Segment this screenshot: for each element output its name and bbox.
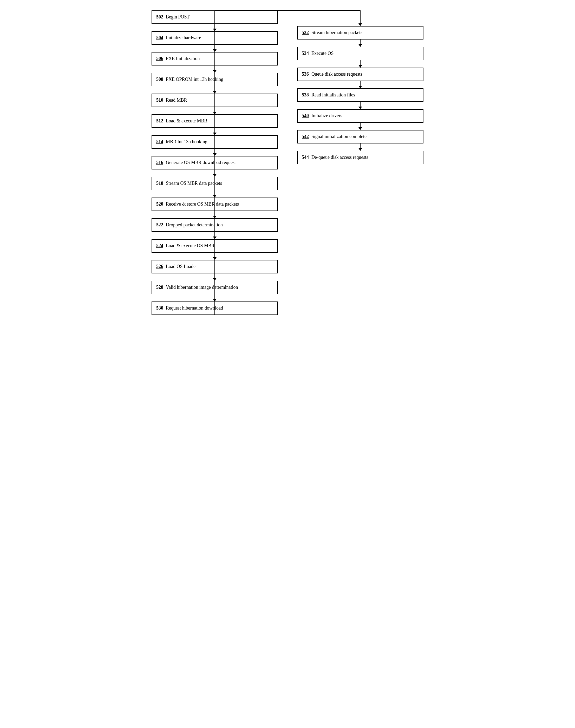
arrow-542 — [360, 143, 361, 151]
step-number-542: 542 — [302, 133, 309, 140]
step-number-504: 504 — [156, 35, 163, 41]
step-label-538: Read initialization files — [311, 92, 355, 98]
step-number-526: 526 — [156, 263, 163, 270]
step-label-518: Stream OS MBR data packets — [166, 180, 222, 186]
arrow-504 — [214, 45, 215, 52]
step-label-506: PXE Initialization — [166, 55, 200, 62]
step-label-514: MBR Int 13h hooking — [166, 139, 207, 145]
step-number-536: 536 — [302, 71, 309, 77]
arrow-526 — [214, 273, 215, 281]
step-box-514: 514MBR Int 13h hooking — [151, 135, 278, 149]
step-label-524: Load & execute OS MBR — [166, 242, 214, 249]
step-label-540: Initialize drivers — [311, 112, 342, 119]
step-box-544: 544De-queue disk access requests — [297, 151, 424, 164]
step-label-504: Initialize hardware — [166, 35, 201, 41]
step-number-538: 538 — [302, 92, 309, 98]
step-box-538: 538Read initialization files — [297, 89, 424, 102]
left-column: 502Begin POST504Initialize hardware506PX… — [144, 10, 288, 315]
arrow-508 — [214, 86, 215, 94]
step-number-520: 520 — [156, 201, 163, 207]
step-box-528: 528Valid hibernation image determination — [151, 281, 278, 294]
step-number-508: 508 — [156, 76, 163, 83]
step-label-528: Valid hibernation image determination — [166, 284, 238, 290]
arrow-540 — [360, 123, 361, 130]
step-box-534: 534Execute OS — [297, 47, 424, 60]
step-box-524: 524Load & execute OS MBR — [151, 239, 278, 253]
step-box-520: 520Receive & store OS MBR data packets — [151, 198, 278, 211]
step-number-532: 532 — [302, 29, 309, 36]
arrow-528 — [214, 294, 215, 302]
step-number-502: 502 — [156, 14, 163, 20]
step-label-510: Read MBR — [166, 97, 187, 103]
arrow-520 — [214, 211, 215, 218]
arrow-502 — [214, 24, 215, 31]
arrow-532 — [360, 39, 361, 47]
step-box-506: 506PXE Initialization — [151, 52, 278, 66]
step-number-506: 506 — [156, 55, 163, 62]
step-number-524: 524 — [156, 242, 163, 249]
step-number-512: 512 — [156, 118, 163, 124]
arrow-514 — [214, 149, 215, 156]
step-box-540: 540Initialize drivers — [297, 109, 424, 123]
step-number-516: 516 — [156, 159, 163, 166]
step-number-518: 518 — [156, 180, 163, 186]
arrow-510 — [214, 107, 215, 114]
arrow-518 — [214, 190, 215, 198]
step-number-534: 534 — [302, 50, 309, 57]
step-number-510: 510 — [156, 97, 163, 103]
step-label-526: Load OS Loader — [166, 263, 197, 270]
step-label-520: Receive & store OS MBR data packets — [166, 201, 239, 207]
step-box-542: 542Signal initialization complete — [297, 130, 424, 143]
step-box-536: 536Queue disk access requests — [297, 68, 424, 81]
step-number-522: 522 — [156, 222, 163, 228]
step-box-518: 518Stream OS MBR data packets — [151, 177, 278, 190]
step-box-522: 522Dropped packet determination — [151, 218, 278, 232]
step-number-540: 540 — [302, 112, 309, 119]
step-box-510: 510Read MBR — [151, 94, 278, 107]
arrow-536 — [360, 81, 361, 89]
arrow-506 — [214, 66, 215, 73]
step-label-536: Queue disk access requests — [311, 71, 362, 77]
step-box-512: 512Load & execute MBR — [151, 114, 278, 128]
step-label-522: Dropped packet determination — [166, 222, 223, 228]
step-box-526: 526Load OS Loader — [151, 260, 278, 273]
step-number-514: 514 — [156, 139, 163, 145]
step-box-508: 508PXE OPROM int 13h hooking — [151, 73, 278, 86]
arrow-516 — [214, 169, 215, 177]
step-box-502: 502Begin POST — [151, 10, 278, 24]
step-number-528: 528 — [156, 284, 163, 290]
arrow-538 — [360, 102, 361, 109]
step-box-530: 530Request hibernation download — [151, 302, 278, 315]
step-label-502: Begin POST — [166, 14, 190, 20]
right-column: 532Stream hibernation packets534Execute … — [288, 10, 431, 164]
step-label-508: PXE OPROM int 13h hooking — [166, 76, 223, 83]
right-col-entry-arrow — [360, 10, 361, 26]
step-number-544: 544 — [302, 154, 309, 161]
step-label-532: Stream hibernation packets — [311, 29, 362, 36]
arrow-512 — [214, 128, 215, 135]
step-number-530: 530 — [156, 305, 163, 311]
step-label-516: Generate OS MBR download request — [166, 159, 236, 166]
arrow-522 — [214, 232, 215, 239]
step-label-530: Request hibernation download — [166, 305, 223, 311]
step-box-504: 504Initialize hardware — [151, 31, 278, 45]
step-box-516: 516Generate OS MBR download request — [151, 156, 278, 169]
step-label-542: Signal initialization complete — [311, 133, 367, 140]
arrow-524 — [214, 253, 215, 260]
step-label-512: Load & execute MBR — [166, 118, 207, 124]
arrow-534 — [360, 60, 361, 68]
step-label-534: Execute OS — [311, 50, 334, 57]
step-box-532: 532Stream hibernation packets — [297, 26, 424, 39]
step-label-544: De-queue disk access requests — [311, 154, 368, 161]
